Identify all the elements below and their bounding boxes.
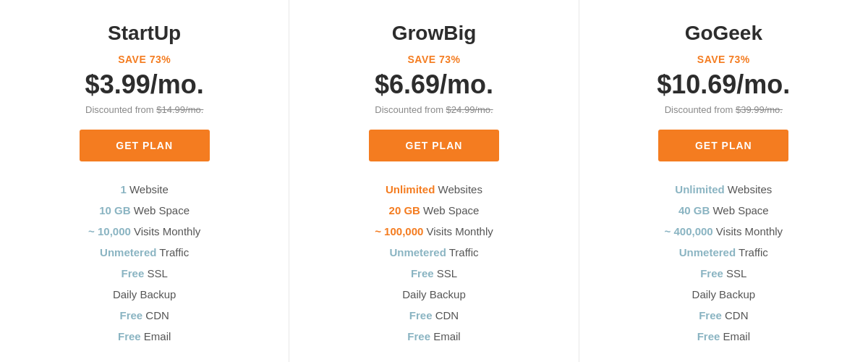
get-plan-button-startup[interactable]: GET PLAN (80, 130, 210, 161)
save-badge-gogeek: SAVE 73% (697, 54, 750, 65)
plan-name-growbig: GrowBig (392, 22, 477, 45)
pricing-container: StartUpSAVE 73%$3.99/mo.Discounted from … (0, 0, 868, 362)
get-plan-button-growbig[interactable]: GET PLAN (369, 130, 499, 161)
price-startup: $3.99/mo. (85, 70, 204, 100)
feature-item-startup-7: Free Email (29, 326, 260, 347)
plan-card-startup: StartUpSAVE 73%$3.99/mo.Discounted from … (0, 0, 289, 362)
feature-item-gogeek-0: Unlimited Websites (608, 179, 839, 200)
plan-name-startup: StartUp (108, 22, 181, 45)
features-list-growbig: Unlimited Websites20 GB Web Space~ 100,0… (318, 179, 549, 347)
feature-item-growbig-0: Unlimited Websites (318, 179, 549, 200)
feature-item-growbig-3: Unmetered Traffic (318, 242, 549, 263)
feature-item-gogeek-3: Unmetered Traffic (608, 242, 839, 263)
price-gogeek: $10.69/mo. (657, 70, 790, 100)
feature-item-gogeek-6: Free CDN (608, 305, 839, 326)
discounted-from-gogeek: Discounted from $39.99/mo. (665, 104, 783, 115)
feature-item-gogeek-5: Daily Backup (608, 284, 839, 305)
features-list-gogeek: Unlimited Websites40 GB Web Space~ 400,0… (608, 179, 839, 347)
feature-item-startup-4: Free SSL (29, 263, 260, 284)
feature-item-growbig-7: Free Email (318, 326, 549, 347)
feature-item-growbig-4: Free SSL (318, 263, 549, 284)
discounted-from-startup: Discounted from $14.99/mo. (85, 104, 203, 115)
feature-item-startup-1: 10 GB Web Space (29, 200, 260, 221)
feature-item-growbig-6: Free CDN (318, 305, 549, 326)
feature-item-growbig-1: 20 GB Web Space (318, 200, 549, 221)
plan-name-gogeek: GoGeek (685, 22, 762, 45)
plan-card-growbig: GrowBigSAVE 73%$6.69/mo.Discounted from … (289, 0, 579, 362)
save-badge-startup: SAVE 73% (118, 54, 171, 65)
features-list-startup: 1 Website10 GB Web Space~ 10,000 Visits … (29, 179, 260, 347)
feature-item-startup-2: ~ 10,000 Visits Monthly (29, 221, 260, 242)
feature-item-startup-3: Unmetered Traffic (29, 242, 260, 263)
save-badge-growbig: SAVE 73% (407, 54, 460, 65)
feature-item-gogeek-2: ~ 400,000 Visits Monthly (608, 221, 839, 242)
feature-item-startup-6: Free CDN (29, 305, 260, 326)
feature-item-startup-0: 1 Website (29, 179, 260, 200)
feature-item-gogeek-1: 40 GB Web Space (608, 200, 839, 221)
get-plan-button-gogeek[interactable]: GET PLAN (658, 130, 788, 161)
plan-card-gogeek: GoGeekSAVE 73%$10.69/mo.Discounted from … (579, 0, 868, 362)
feature-item-startup-5: Daily Backup (29, 284, 260, 305)
feature-item-gogeek-7: Free Email (608, 326, 839, 347)
feature-item-gogeek-4: Free SSL (608, 263, 839, 284)
discounted-from-growbig: Discounted from $24.99/mo. (375, 104, 493, 115)
feature-item-growbig-5: Daily Backup (318, 284, 549, 305)
price-growbig: $6.69/mo. (375, 70, 493, 100)
feature-item-growbig-2: ~ 100,000 Visits Monthly (318, 221, 549, 242)
